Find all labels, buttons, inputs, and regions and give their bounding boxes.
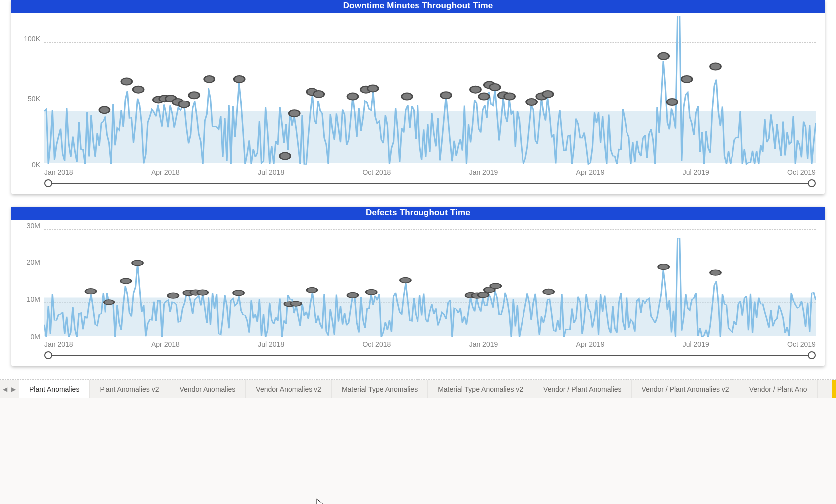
slider-thumb-left[interactable] xyxy=(44,179,52,187)
page-tab[interactable]: Vendor / Plant Anomalies xyxy=(533,380,631,398)
plot-area-downtime[interactable]: 0K 50K 100K Jan 2018 Apr 2018 Jul 2018 O… xyxy=(16,16,820,180)
svg-point-46 xyxy=(366,289,377,295)
svg-point-36 xyxy=(132,260,143,266)
svg-point-29 xyxy=(658,53,669,60)
svg-point-12 xyxy=(289,110,300,117)
svg-point-53 xyxy=(543,289,554,295)
svg-point-17 xyxy=(367,85,378,92)
svg-point-14 xyxy=(314,91,324,98)
svg-point-35 xyxy=(120,278,131,284)
svg-point-1 xyxy=(121,78,132,85)
svg-point-26 xyxy=(526,99,537,105)
visual-downtime[interactable]: Downtime Minutes Throughout Time 0K 50K … xyxy=(11,0,825,194)
svg-point-45 xyxy=(347,293,358,298)
svg-point-7 xyxy=(179,101,190,108)
svg-point-2 xyxy=(133,86,144,93)
svg-point-9 xyxy=(204,76,215,83)
svg-point-50 xyxy=(478,292,489,298)
svg-point-37 xyxy=(168,293,179,298)
tabs-overflow-indicator xyxy=(832,380,836,398)
svg-point-11 xyxy=(280,153,291,160)
tabs-nav: ◀ ▶ xyxy=(0,386,19,393)
y-axis-labels: 0K 50K 100K xyxy=(17,16,43,165)
report-canvas: Downtime Minutes Throughout Time 0K 50K … xyxy=(0,0,836,380)
svg-point-23 xyxy=(489,84,500,91)
page-tab[interactable]: Vendor / Plant Ano xyxy=(739,380,818,398)
svg-point-0 xyxy=(99,106,110,113)
svg-point-21 xyxy=(479,93,490,100)
svg-point-25 xyxy=(504,93,515,100)
tabs-prev-icon[interactable]: ◀ xyxy=(3,386,7,393)
svg-point-44 xyxy=(307,288,317,293)
svg-point-52 xyxy=(490,283,501,289)
page-tabs-bar: ◀ ▶ Plant AnomaliesPlant Anomalies v2Ven… xyxy=(0,380,836,398)
page-tab[interactable]: Material Type Anomalies v2 xyxy=(428,380,533,398)
svg-point-34 xyxy=(104,300,114,305)
svg-point-40 xyxy=(197,290,208,295)
visual-defects[interactable]: Defects Throughout Time 0M 10M 20M 30M J… xyxy=(11,207,825,366)
page-tab[interactable]: Vendor / Plant Anomalies v2 xyxy=(632,380,739,398)
tabs-next-icon[interactable]: ▶ xyxy=(11,386,16,393)
time-range-slider[interactable] xyxy=(44,179,816,187)
x-axis-labels: Jan 2018 Apr 2018 Jul 2018 Oct 2018 Jan … xyxy=(44,340,816,348)
svg-point-55 xyxy=(710,270,721,275)
svg-point-20 xyxy=(470,86,481,93)
chart-svg xyxy=(44,223,816,337)
plot-area-defects[interactable]: 0M 10M 20M 30M Jan 2018 Apr 2018 Jul 201… xyxy=(16,223,820,352)
page-tab[interactable]: Vendor Anomalies xyxy=(169,380,246,398)
svg-point-8 xyxy=(189,92,200,99)
page-tab[interactable]: Plant Anomalies xyxy=(19,380,90,398)
slider-thumb-left[interactable] xyxy=(44,351,52,359)
time-range-slider[interactable] xyxy=(44,351,816,359)
svg-point-15 xyxy=(347,93,358,100)
tabs-scroll[interactable]: Plant AnomaliesPlant Anomalies v2Vendor … xyxy=(19,380,832,398)
page-tab[interactable]: Vendor Anomalies v2 xyxy=(246,380,332,398)
svg-point-32 xyxy=(710,63,721,70)
svg-point-28 xyxy=(542,91,553,98)
chart-title: Defects Throughout Time xyxy=(11,207,825,220)
slider-thumb-right[interactable] xyxy=(808,179,816,187)
svg-point-10 xyxy=(234,76,245,83)
page-tab[interactable]: Plant Anomalies v2 xyxy=(90,380,169,398)
svg-point-47 xyxy=(400,278,411,283)
slider-thumb-right[interactable] xyxy=(808,351,816,359)
svg-point-31 xyxy=(681,76,692,83)
svg-point-19 xyxy=(441,92,452,99)
svg-point-54 xyxy=(658,264,669,270)
page-tab[interactable]: Material Type Anomalies xyxy=(332,380,428,398)
svg-point-41 xyxy=(233,290,244,296)
y-axis-labels: 0M 10M 20M 30M xyxy=(17,223,43,337)
x-axis-labels: Jan 2018 Apr 2018 Jul 2018 Oct 2018 Jan … xyxy=(44,168,816,176)
svg-point-33 xyxy=(85,289,96,294)
svg-point-18 xyxy=(402,93,413,100)
chart-svg xyxy=(44,16,816,165)
svg-point-30 xyxy=(667,99,678,105)
svg-point-43 xyxy=(290,301,301,306)
chart-title: Downtime Minutes Throughout Time xyxy=(11,0,825,13)
